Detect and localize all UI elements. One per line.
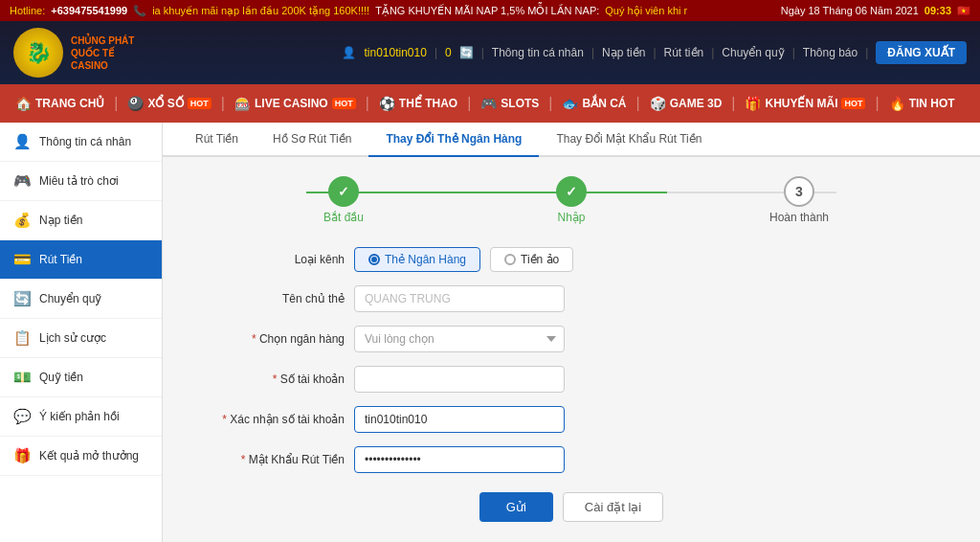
nav-xo-so[interactable]: 🎱 XỔ SỐ HOT: [118, 84, 220, 123]
transfer-link[interactable]: Chuyển quỹ: [722, 46, 784, 59]
mat-khau-row: * Mật Khẩu Rút Tiền: [191, 446, 951, 473]
reset-button[interactable]: Cài đặt lại: [563, 492, 663, 522]
home-icon: 🏠: [15, 96, 32, 111]
sidebar-label-personal: Thông tin cá nhân: [39, 135, 131, 148]
channel-bank-option[interactable]: Thẻ Ngân Hàng: [354, 247, 480, 272]
refresh-icon[interactable]: 🔄: [459, 46, 474, 59]
logout-button[interactable]: ĐĂNG XUẤT: [876, 41, 967, 64]
lottery-result-icon: 🎁: [13, 447, 32, 464]
date-label: Ngày 18 Tháng 06 Năm 2021: [781, 5, 919, 16]
submit-button[interactable]: Gửi: [479, 492, 553, 522]
fish-icon: 🐟: [562, 96, 578, 111]
crypto-option-label: Tiền ảo: [521, 253, 559, 266]
sidebar-item-personal[interactable]: 👤 Thông tin cá nhân: [0, 123, 162, 162]
user-info: tin010tin010: [364, 46, 426, 59]
nav-slots[interactable]: 🎮 SLOTS: [471, 84, 548, 123]
notification-link[interactable]: Thông báo: [803, 46, 858, 59]
tab-thay-doi-the[interactable]: Thay Đổi Thẻ Ngân Hàng: [368, 123, 539, 157]
withdraw-link[interactable]: Rút tiền: [664, 46, 704, 59]
ngan-hang-select[interactable]: Vui lòng chọn: [354, 326, 565, 352]
sidebar-label-history: Lịch sử cược: [39, 331, 106, 345]
time-label: 09:33: [924, 5, 951, 16]
so-tai-khoan-label: * Số tài khoản: [191, 373, 345, 386]
withdraw-icon: 💳: [13, 251, 32, 268]
xac-nhan-label: * Xác nhận số tài khoản: [191, 413, 345, 426]
nav-tin-hot[interactable]: 🔥 TIN HOT: [880, 84, 965, 123]
stepper: ✓ Bắt đầu ✓ Nhập 3 Hoàn thành: [191, 176, 951, 224]
logo-text: CHỦNG PHÁT QUỐC TẾ CASINO: [71, 34, 134, 72]
nav-ban-ca[interactable]: 🐟 BẮN CÁ: [552, 84, 635, 123]
game3d-icon: 🎲: [650, 96, 666, 111]
ten-chu-the-input[interactable]: [354, 285, 565, 312]
bank-radio-dot: [368, 254, 380, 265]
user-icon: 👤: [342, 46, 356, 59]
step-1: ✓ Bắt đầu: [230, 176, 457, 224]
casino-icon: 🎰: [234, 96, 251, 111]
hotline-label: Hotline:: [10, 5, 45, 16]
sidebar-item-feedback[interactable]: 💬 Ý kiến phản hồi: [0, 397, 162, 437]
sidebar: 👤 Thông tin cá nhân 🎮 Miêu tả trò chơi 💰…: [0, 123, 163, 542]
tab-ho-so-rut-tien[interactable]: Hồ Sơ Rút Tiền: [256, 123, 368, 157]
personal-icon: 👤: [13, 133, 32, 150]
step-1-circle: ✓: [328, 176, 359, 207]
content-area: Rút Tiền Hồ Sơ Rút Tiền Thay Đổi Thẻ Ngâ…: [163, 123, 980, 542]
sidebar-label-withdraw: Rút Tiền: [39, 253, 82, 266]
bank-option-label: Thẻ Ngân Hàng: [385, 253, 466, 266]
channel-crypto-option[interactable]: Tiền ảo: [490, 247, 573, 272]
promo-text-3: Quý hội viên khi r: [605, 5, 687, 17]
transfer-icon: 🔄: [13, 290, 32, 307]
deposit-icon: 💰: [13, 212, 32, 229]
sidebar-item-fund[interactable]: 💵 Quỹ tiền: [0, 358, 162, 397]
sidebar-item-history[interactable]: 📋 Lịch sử cược: [0, 319, 162, 358]
channel-radio-group: Thẻ Ngân Hàng Tiền ảo: [354, 247, 573, 272]
nav-khuyen-mai[interactable]: 🎁 KHUYẾN MÃI HOT: [735, 84, 875, 123]
sidebar-label-fund: Quỹ tiền: [39, 371, 83, 384]
mat-khau-input[interactable]: [354, 446, 565, 473]
so-tai-khoan-input[interactable]: [354, 366, 565, 393]
hotline-number: +639475541999: [51, 5, 127, 16]
fire-icon: 🔥: [889, 96, 905, 111]
sub-tabs: Rút Tiền Hồ Sơ Rút Tiền Thay Đổi Thẻ Ngâ…: [163, 123, 980, 157]
nav-the-thao[interactable]: ⚽ THỂ THAO: [369, 84, 467, 123]
main-layout: 👤 Thông tin cá nhân 🎮 Miêu tả trò chơi 💰…: [0, 123, 980, 542]
deposit-link[interactable]: Nạp tiền: [602, 46, 645, 59]
step-1-label: Bắt đầu: [323, 211, 364, 224]
username: tin010tin010: [364, 46, 426, 59]
sidebar-label-games: Miêu tả trò chơi: [39, 174, 119, 188]
step-3: 3 Hoàn thành: [685, 176, 913, 224]
sidebar-item-deposit[interactable]: 💰 Nạp tiền: [0, 201, 162, 240]
sidebar-item-games[interactable]: 🎮 Miêu tả trò chơi: [0, 162, 162, 201]
sidebar-label-transfer: Chuyển quỹ: [39, 292, 101, 305]
xac-nhan-input[interactable]: [354, 406, 565, 433]
phone-icon: 📞: [133, 5, 146, 17]
tab-thay-doi-mat-khau[interactable]: Thay Đổi Mật Khẩu Rút Tiền: [539, 123, 719, 157]
mat-khau-label: * Mật Khẩu Rút Tiền: [191, 453, 345, 466]
header-nav: 👤 tin010tin010 | 0 🔄 | Thông tin cá nhân…: [195, 41, 967, 64]
sidebar-item-withdraw[interactable]: 💳 Rút Tiền: [0, 240, 162, 280]
step-3-circle: 3: [784, 176, 814, 207]
loai-kenh-row: Loại kênh Thẻ Ngân Hàng Tiền ảo: [191, 247, 951, 272]
personal-info-link[interactable]: Thông tin cá nhân: [492, 46, 584, 59]
nav-game-3d[interactable]: 🎲 GAME 3D: [640, 84, 732, 123]
ten-chu-the-label: Tên chủ thẻ: [191, 292, 345, 305]
ngan-hang-row: * Chọn ngân hàng Vui lòng chọn: [191, 326, 951, 352]
step-3-label: Hoàn thành: [769, 211, 829, 224]
header: 🐉 CHỦNG PHÁT QUỐC TẾ CASINO 👤 tin010tin0…: [0, 21, 980, 84]
sidebar-item-transfer[interactable]: 🔄 Chuyển quỹ: [0, 280, 162, 319]
sidebar-label-lottery-result: Kết quả mở thưởng: [39, 449, 139, 463]
sidebar-label-deposit: Nạp tiền: [39, 214, 82, 227]
flag-icon: 🇻🇳: [957, 5, 970, 17]
tab-rut-tien[interactable]: Rút Tiền: [178, 123, 256, 157]
nav-trang-chu[interactable]: 🏠 TRANG CHỦ: [6, 84, 114, 123]
crypto-radio-dot: [504, 254, 516, 265]
feedback-icon: 💬: [13, 408, 32, 425]
nav-live-casino[interactable]: 🎰 LIVE CASINO HOT: [225, 84, 366, 123]
logo-area: 🐉 CHỦNG PHÁT QUỐC TẾ CASINO: [13, 28, 186, 78]
loai-kenh-label: Loại kênh: [191, 253, 345, 266]
top-bar: Hotline: +639475541999 📞 ia khuyến mãi n…: [0, 0, 980, 21]
so-tai-khoan-row: * Số tài khoản: [191, 366, 951, 393]
sidebar-item-lottery-result[interactable]: 🎁 Kết quả mở thưởng: [0, 437, 162, 476]
balance: 0: [445, 46, 452, 59]
form-area: ✓ Bắt đầu ✓ Nhập 3 Hoàn thành Loại kênh: [163, 157, 980, 541]
promo-text-2: TẶNG KHUYẾN MÃI NAP 1,5% MỖI LẦN NAP:: [375, 5, 599, 17]
